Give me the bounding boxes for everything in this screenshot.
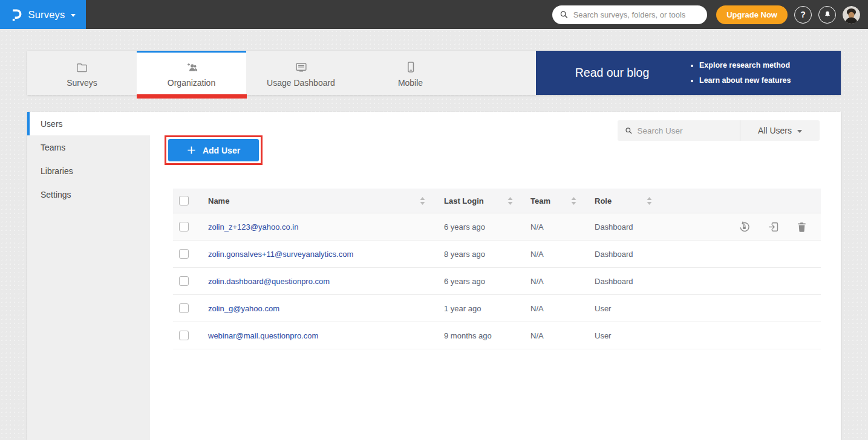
chevron-down-icon (71, 14, 76, 17)
question-mark-icon: ? (800, 10, 806, 19)
promo-bullet: Explore research method (699, 58, 841, 73)
product-name: Surveys (28, 9, 65, 21)
sidebar-item-label: Users (41, 119, 63, 129)
tab-label: Usage Dashboard (267, 78, 335, 88)
search-icon (560, 10, 568, 19)
user-email-link[interactable]: webinar@mail.questionpro.com (208, 331, 318, 340)
sort-icon[interactable] (647, 197, 652, 205)
add-user-button[interactable]: Add User (168, 139, 259, 161)
tab-label: Mobile (398, 78, 423, 88)
user-email-link[interactable]: zolin.gonsalves+11@surveyanalytics.com (208, 250, 353, 259)
last-login-value: 9 months ago (444, 331, 492, 340)
team-value: N/A (530, 304, 544, 313)
bell-icon (823, 10, 832, 19)
user-email-link[interactable]: zolin.dashboard@questionpro.com (208, 277, 330, 286)
annotation-highlight-add-user: Add User (165, 135, 263, 165)
filter-selected-value: All Users (758, 126, 792, 135)
table-row: zolin.gonsalves+11@surveyanalytics.com 8… (173, 241, 821, 268)
promo-bullet-list: Explore research method Learn about new … (688, 58, 841, 88)
user-email-link[interactable]: zolin_z+123@yahoo.co.in (208, 222, 298, 231)
promo-title: Read our blog (536, 66, 688, 80)
column-header-team[interactable]: Team (530, 196, 584, 205)
sidebar-item-teams[interactable]: Teams (27, 135, 150, 159)
module-tabs: Surveys Organization Usage Dashboard (27, 51, 841, 95)
role-value: User (595, 304, 611, 313)
delete-user-button[interactable] (796, 221, 808, 233)
role-value: Dashboard (595, 277, 633, 286)
global-search[interactable] (552, 5, 707, 24)
tab-label: Organization (168, 78, 215, 88)
upgrade-now-button[interactable]: Upgrade Now (716, 5, 788, 24)
notifications-button[interactable] (818, 6, 836, 24)
select-all-checkbox[interactable] (179, 196, 189, 205)
users-content: Add User All Users Nam (150, 112, 841, 440)
row-checkbox[interactable] (179, 222, 189, 231)
table-row: zolin_z+123@yahoo.co.in 6 years ago N/A … (173, 213, 821, 241)
plus-icon (187, 146, 196, 155)
user-avatar[interactable] (843, 6, 860, 24)
row-checkbox[interactable] (179, 249, 189, 259)
dashboard-icon (294, 60, 308, 74)
sidebar-item-settings[interactable]: Settings (27, 183, 150, 206)
organization-sidebar: Users Teams Libraries Settings (27, 112, 150, 440)
tab-usage-dashboard[interactable]: Usage Dashboard (246, 51, 356, 95)
folder-icon (75, 60, 89, 74)
table-row: webinar@mail.questionpro.com 9 months ag… (173, 322, 821, 349)
sidebar-item-label: Teams (41, 143, 65, 152)
team-value: N/A (530, 222, 544, 231)
team-value: N/A (530, 331, 544, 340)
help-button[interactable]: ? (794, 6, 812, 24)
user-type-filter-dropdown[interactable]: All Users (740, 120, 820, 141)
promo-bullet: Learn about new features (699, 73, 841, 88)
role-value: User (595, 331, 611, 340)
users-table: Name Last Login (173, 189, 821, 349)
sidebar-item-label: Settings (41, 190, 71, 199)
row-checkbox[interactable] (179, 331, 189, 340)
sort-icon[interactable] (571, 197, 576, 205)
tab-mobile[interactable]: Mobile (356, 51, 465, 95)
search-icon (625, 126, 632, 135)
global-search-input[interactable] (573, 10, 700, 19)
last-login-value: 6 years ago (444, 277, 485, 286)
column-header-name[interactable]: Name (208, 196, 432, 205)
last-login-value: 6 years ago (444, 222, 485, 231)
chevron-down-icon (797, 130, 802, 133)
column-header-role[interactable]: Role (595, 196, 659, 205)
user-filter-bar: All Users (618, 120, 820, 141)
reset-password-button[interactable] (738, 221, 751, 233)
annotation-highlight-organization-tab (137, 94, 247, 99)
top-navigation-bar: Surveys Upgrade Now ? (0, 0, 868, 29)
blog-promo-banner[interactable]: Read our blog Explore research method Le… (536, 51, 841, 95)
team-value: N/A (530, 250, 544, 259)
last-login-value: 1 year ago (444, 304, 481, 313)
row-checkbox[interactable] (179, 276, 189, 286)
sidebar-item-libraries[interactable]: Libraries (27, 159, 150, 183)
add-user-label: Add User (203, 146, 240, 155)
sidebar-item-users[interactable]: Users (27, 112, 150, 135)
search-user-input[interactable] (637, 126, 733, 135)
row-checkbox[interactable] (179, 303, 189, 313)
questionpro-logo-icon (10, 8, 22, 22)
column-header-last-login[interactable]: Last Login (444, 196, 520, 205)
tab-surveys[interactable]: Surveys (27, 51, 137, 95)
topbar-actions: Upgrade Now ? (552, 5, 868, 24)
last-login-value: 8 years ago (444, 250, 485, 259)
user-email-link[interactable]: zolin_g@yahoo.com (208, 304, 279, 313)
avatar-photo (843, 6, 860, 24)
sidebar-item-label: Libraries (41, 166, 73, 176)
table-row: zolin.dashboard@questionpro.com 6 years … (173, 268, 821, 295)
login-as-user-button[interactable] (767, 221, 780, 233)
table-row: zolin_g@yahoo.com 1 year ago N/A User (173, 295, 821, 322)
table-header-row: Name Last Login (173, 189, 821, 213)
role-value: Dashboard (595, 250, 633, 259)
product-switcher[interactable]: Surveys (0, 0, 86, 29)
mobile-icon (404, 60, 417, 74)
tab-organization[interactable]: Organization (137, 51, 246, 95)
team-value: N/A (530, 277, 544, 286)
tab-label: Surveys (67, 78, 97, 88)
add-users-icon (184, 60, 199, 74)
sort-icon[interactable] (420, 197, 425, 205)
search-user-box[interactable] (618, 120, 740, 141)
role-value: Dashboard (595, 222, 633, 231)
sort-icon[interactable] (507, 197, 513, 205)
